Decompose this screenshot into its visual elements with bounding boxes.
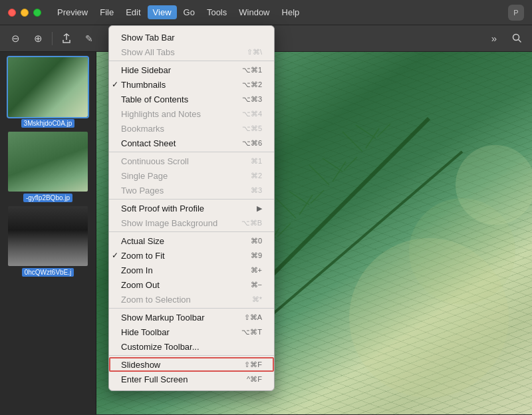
menu-enter-full-screen[interactable]: Enter Full Screen ^⌘F (109, 372, 274, 386)
menu-continuous-scroll: Continuous Scroll ⌘1 (109, 154, 274, 168)
menu-section-sidebar: Hide Sidebar ⌥⌘1 Thumbnails ⌥⌘2 Table of… (109, 61, 274, 152)
menu-section-proofing: Soft Proof with Profile ▶ Show Image Bac… (109, 200, 274, 232)
menu-section-screen: Slideshow ⇧⌘F Enter Full Screen ^⌘F (109, 356, 274, 388)
menu-thumbnails[interactable]: Thumbnails ⌥⌘2 (109, 77, 274, 92)
menu-hide-sidebar[interactable]: Hide Sidebar ⌥⌘1 (109, 63, 274, 77)
menu-section-toolbar: Show Markup Toolbar ⇧⌘A Hide Toolbar ⌥⌘T… (109, 309, 274, 356)
menu-soft-proof[interactable]: Soft Proof with Profile ▶ (109, 201, 274, 215)
menu-table-of-contents[interactable]: Table of Contents ⌥⌘3 (109, 92, 274, 106)
menu-hide-toolbar[interactable]: Hide Toolbar ⌥⌘T (109, 325, 274, 339)
menu-two-pages: Two Pages ⌘3 (109, 183, 274, 198)
dropdown-overlay: Show Tab Bar Show All Tabs ⇧⌘\ Hide Side… (0, 0, 532, 415)
menu-show-image-bg: Show Image Background ⌥⌘B (109, 215, 274, 230)
menu-single-page: Single Page ⌘2 (109, 168, 274, 183)
menu-show-all-tabs: Show All Tabs ⇧⌘\ (109, 45, 274, 59)
menu-slideshow[interactable]: Slideshow ⇧⌘F (109, 357, 274, 372)
menu-show-markup-toolbar[interactable]: Show Markup Toolbar ⇧⌘A (109, 310, 274, 325)
menu-section-zoom: Actual Size ⌘0 Zoom to Fit ⌘9 Zoom In ⌘+… (109, 232, 274, 309)
menu-bookmarks: Bookmarks ⌥⌘5 (109, 121, 274, 136)
menu-zoom-to-selection: Zoom to Selection ⌘* (109, 292, 274, 307)
menu-highlights-notes: Highlights and Notes ⌥⌘4 (109, 106, 274, 121)
menu-zoom-out[interactable]: Zoom Out ⌘− (109, 277, 274, 292)
menu-contact-sheet[interactable]: Contact Sheet ⌥⌘6 (109, 136, 274, 150)
menu-actual-size[interactable]: Actual Size ⌘0 (109, 233, 274, 248)
menu-customize-toolbar[interactable]: Customize Toolbar... (109, 339, 274, 354)
menu-zoom-in[interactable]: Zoom In ⌘+ (109, 263, 274, 277)
menu-section-tabbar: Show Tab Bar Show All Tabs ⇧⌘\ (109, 29, 274, 61)
menu-show-tab-bar[interactable]: Show Tab Bar (109, 30, 274, 45)
view-dropdown-menu: Show Tab Bar Show All Tabs ⇧⌘\ Hide Side… (108, 25, 275, 391)
menu-section-layout: Continuous Scroll ⌘1 Single Page ⌘2 Two … (109, 152, 274, 200)
menu-zoom-to-fit[interactable]: Zoom to Fit ⌘9 (109, 248, 274, 263)
